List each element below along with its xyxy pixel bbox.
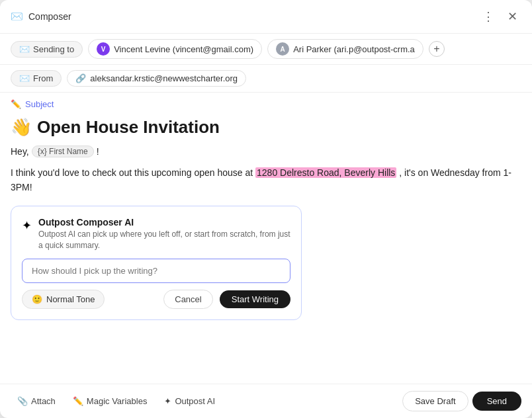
outpost-ai-label: Outpost AI — [175, 396, 215, 406]
avatar-ari: A — [276, 42, 289, 56]
paragraph-prefix: I think you'd love to check out this upc… — [11, 167, 253, 178]
from-chip: ✉️ From — [11, 70, 62, 87]
sending-to-chip: ✉️ Sending to — [11, 41, 83, 58]
from-email-chip[interactable]: 🔗 aleksandar.krstic@newwestcharter.org — [67, 70, 246, 87]
subject-row: ✏️ Subject — [0, 93, 532, 112]
outpost-ai-button[interactable]: ✦ Outpost AI — [157, 393, 222, 409]
highlight-address: 1280 Delresto Road, Beverly Hills — [255, 167, 396, 178]
add-recipient-button[interactable]: + — [429, 41, 445, 57]
from-mail-icon: ✉️ — [19, 73, 30, 83]
ai-description: Outpost AI can pick up where you left of… — [38, 229, 290, 251]
cancel-button[interactable]: Cancel — [163, 290, 212, 309]
more-button[interactable]: ⋮ — [478, 8, 498, 25]
wave-emoji: 👋 — [11, 117, 32, 138]
ai-writing-input[interactable] — [22, 259, 290, 283]
close-icon: ✕ — [508, 9, 517, 24]
mail-icon: ✉️ — [11, 11, 23, 22]
greeting-suffix: ! — [97, 146, 99, 157]
greeting-prefix: Hey, — [11, 146, 29, 157]
ai-sparkle-icon: ✦ — [22, 218, 32, 233]
composer-window: ✉️ Composer ⋮ ✕ ✉️ Sending to V Vincent … — [0, 0, 532, 418]
start-writing-button[interactable]: Start Writing — [220, 290, 290, 308]
recipient-vincent-name: Vincent Levine (vincent@gmail.com) — [114, 44, 253, 54]
tone-button[interactable]: 🙂 Normal Tone — [22, 290, 105, 309]
recipient-chip-ari[interactable]: A Ari Parker (ari.p@outpost-crm.a — [267, 39, 423, 59]
subject-label: Subject — [25, 99, 54, 109]
variable-label: {x} First Name — [38, 147, 88, 156]
title-bar-left: ✉️ Composer — [11, 11, 71, 22]
more-icon: ⋮ — [482, 9, 494, 24]
greeting-line: Hey, {x} First Name ! — [11, 146, 521, 157]
attach-button[interactable]: 📎 Attach — [11, 393, 62, 409]
subject-title: 👋 Open House Invitation — [11, 114, 521, 146]
ai-composer-box: ✦ Outpost Composer AI Outpost AI can pic… — [11, 206, 302, 321]
attach-label: Attach — [31, 396, 56, 406]
from-row: ✉️ From 🔗 aleksandar.krstic@newwestchart… — [0, 65, 532, 93]
body-area: 👋 Open House Invitation Hey, {x} First N… — [0, 112, 532, 384]
sending-to-row: ✉️ Sending to V Vincent Levine (vincent@… — [0, 34, 532, 65]
recipient-chip-vincent[interactable]: V Vincent Levine (vincent@gmail.com) — [88, 39, 262, 59]
tone-emoji: 🙂 — [32, 294, 42, 304]
body-paragraph: I think you'd love to check out this upc… — [11, 165, 521, 195]
from-label: From — [33, 73, 53, 83]
sending-to-mail-icon: ✉️ — [19, 44, 30, 54]
recipient-ari-name: Ari Parker (ari.p@outpost-crm.a — [293, 44, 415, 54]
attach-icon: 📎 — [17, 396, 28, 406]
outpost-ai-icon: ✦ — [164, 396, 171, 406]
subject-pencil-icon: ✏️ — [11, 99, 21, 109]
tone-label: Normal Tone — [46, 294, 95, 304]
link-icon: 🔗 — [75, 73, 86, 83]
bottom-bar: 📎 Attach ✏️ Magic Variables ✦ Outpost AI… — [0, 384, 532, 418]
send-button[interactable]: Send — [472, 392, 521, 411]
from-email: aleksandar.krstic@newwestcharter.org — [90, 73, 238, 83]
ai-header-text: Outpost Composer AI Outpost AI can pick … — [38, 217, 290, 251]
window-title: Composer — [28, 11, 71, 22]
avatar-vincent: V — [97, 42, 110, 56]
magic-variables-button[interactable]: ✏️ Magic Variables — [66, 393, 154, 409]
close-button[interactable]: ✕ — [504, 8, 521, 25]
subject-title-text: Open House Invitation — [37, 117, 220, 138]
first-name-variable[interactable]: {x} First Name — [32, 146, 94, 157]
ai-actions: 🙂 Normal Tone Cancel Start Writing — [22, 290, 290, 309]
title-bar-right: ⋮ ✕ — [478, 8, 521, 25]
magic-icon: ✏️ — [73, 396, 83, 406]
save-draft-button[interactable]: Save Draft — [402, 391, 468, 411]
magic-label: Magic Variables — [87, 396, 148, 406]
title-bar: ✉️ Composer ⋮ ✕ — [0, 0, 532, 34]
ai-header: ✦ Outpost Composer AI Outpost AI can pic… — [22, 217, 290, 251]
sending-to-label: Sending to — [33, 44, 74, 54]
ai-title: Outpost Composer AI — [38, 217, 290, 228]
